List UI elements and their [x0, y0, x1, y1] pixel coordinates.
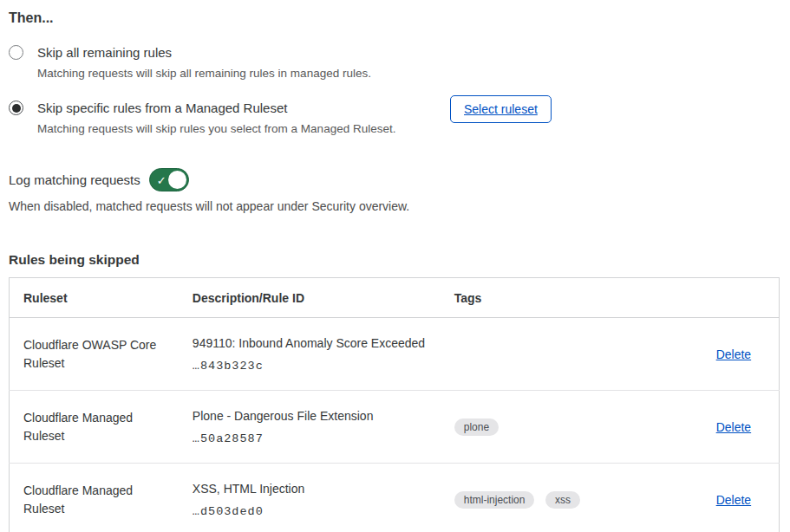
rules-being-skipped-heading: Rules being skipped [9, 252, 780, 268]
rule-id: …50a28587 [193, 432, 427, 445]
rule-description: XSS, HTML Injection [193, 481, 427, 497]
description-rule-id-cell: 949110: Inbound Anomaly Score Exceeded …… [179, 318, 441, 391]
option-skip-all-label[interactable]: Skip all remaining rules [37, 43, 371, 62]
ruleset-name: Cloudflare OWASP Core Ruleset [10, 318, 179, 391]
description-rule-id-cell: XSS, HTML Injection …d503ded0 [179, 464, 441, 532]
rule-id: …d503ded0 [193, 505, 427, 518]
waf-rule-config-page: Then... Skip all remaining rules Matchin… [0, 0, 790, 532]
option-skip-specific-label[interactable]: Skip specific rules from a Managed Rules… [37, 99, 395, 117]
tag-pill: xss [545, 491, 580, 509]
actions-cell: Delete [702, 318, 780, 391]
tags-cell: html-injection xss [441, 464, 702, 532]
rule-description: Plone - Dangerous File Extension [193, 408, 427, 425]
table-row: Cloudflare Managed Ruleset XSS, HTML Inj… [10, 464, 780, 532]
option-skip-all-rules: Skip all remaining rules Matching reques… [9, 43, 780, 81]
table-row: Cloudflare OWASP Core Ruleset 949110: In… [10, 318, 780, 391]
actions-cell: Delete [702, 391, 780, 464]
description-rule-id-cell: Plone - Dangerous File Extension …50a285… [179, 391, 441, 464]
logging-description: When disabled, matched requests will not… [9, 199, 780, 213]
column-header-tags: Tags [441, 278, 702, 318]
toggle-knob [168, 171, 186, 189]
option-skip-specific-text: Skip specific rules from a Managed Rules… [37, 99, 395, 137]
rule-id: …843b323c [193, 360, 427, 373]
then-heading: Then... [9, 10, 780, 26]
rule-description: 949110: Inbound Anomaly Score Exceeded [193, 335, 427, 352]
radio-skip-all-rules[interactable] [9, 45, 23, 60]
option-skip-specific-rules: Skip specific rules from a Managed Rules… [9, 99, 780, 137]
log-matching-requests-label: Log matching requests [9, 172, 140, 187]
logging-row: Log matching requests ✓ [9, 168, 780, 191]
ruleset-name: Cloudflare Managed Ruleset [10, 464, 179, 532]
logging-section: Log matching requests ✓ When disabled, m… [9, 168, 780, 213]
tag-pill: plone [454, 418, 499, 436]
column-header-description-rule-id: Description/Rule ID [179, 278, 441, 318]
check-icon: ✓ [157, 174, 166, 185]
select-ruleset-button[interactable]: Select ruleset [450, 95, 552, 123]
delete-link[interactable]: Delete [716, 493, 751, 507]
option-skip-all-description: Matching requests will skip all remainin… [37, 65, 371, 81]
tag-pill: html-injection [454, 491, 535, 509]
tags-cell [441, 318, 702, 391]
option-skip-specific-description: Matching requests will skip rules you se… [37, 120, 395, 137]
table-row: Cloudflare Managed Ruleset Plone - Dange… [10, 391, 780, 464]
table-header-row: Ruleset Description/Rule ID Tags [10, 278, 780, 318]
option-skip-all-text: Skip all remaining rules Matching reques… [37, 43, 371, 81]
column-header-ruleset: Ruleset [10, 278, 179, 318]
ruleset-name: Cloudflare Managed Ruleset [10, 391, 179, 464]
log-matching-requests-toggle[interactable]: ✓ [149, 168, 189, 191]
delete-link[interactable]: Delete [716, 420, 751, 434]
column-header-actions [702, 278, 780, 318]
tags-cell: plone [441, 391, 702, 464]
delete-link[interactable]: Delete [716, 347, 751, 361]
rules-being-skipped-table: Ruleset Description/Rule ID Tags Cloudfl… [9, 277, 780, 532]
actions-cell: Delete [702, 464, 780, 532]
radio-skip-specific-rules[interactable] [9, 101, 23, 115]
